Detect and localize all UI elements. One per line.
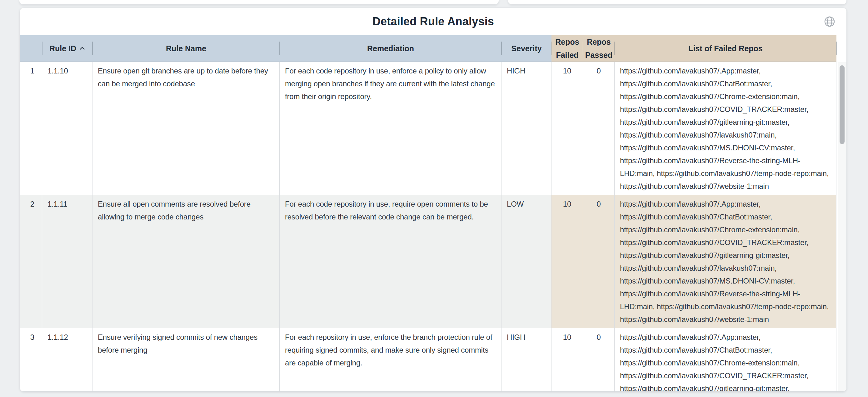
header-severity[interactable]: Severity bbox=[501, 35, 552, 62]
cell-rule-name: Ensure open git branches are up to date … bbox=[92, 62, 280, 195]
previous-card-right-edge bbox=[508, 0, 846, 4]
cell-severity: HIGH bbox=[501, 328, 552, 391]
header-index bbox=[20, 35, 42, 62]
cell-failed-repos-list: https://github.com/lavakush07/.App:maste… bbox=[615, 328, 836, 391]
cell-repos-failed: 10 bbox=[552, 62, 583, 195]
cell-repos-passed: 0 bbox=[583, 62, 615, 195]
cell-rule-id: 1.1.11 bbox=[42, 195, 92, 328]
card-header: Detailed Rule Analysis bbox=[20, 8, 846, 35]
header-repos-failed[interactable]: Repos Failed bbox=[552, 35, 583, 62]
header-repos-passed[interactable]: Repos Passed bbox=[583, 35, 615, 62]
table-row: 1 1.1.10 Ensure open git branches are up… bbox=[20, 62, 836, 195]
header-rule-id[interactable]: Rule ID bbox=[42, 35, 92, 62]
cell-rule-id: 1.1.12 bbox=[42, 328, 92, 391]
globe-icon[interactable] bbox=[823, 15, 836, 28]
cell-repos-passed: 0 bbox=[583, 328, 615, 391]
cell-severity: LOW bbox=[501, 195, 552, 328]
header-rule-id-label: Rule ID bbox=[50, 42, 76, 55]
cell-rule-name: Ensure all open comments are resolved be… bbox=[92, 195, 280, 328]
table-row: 2 1.1.11 Ensure all open comments are re… bbox=[20, 195, 836, 328]
cell-repos-failed: 10 bbox=[552, 195, 583, 328]
header-failed-repos-list[interactable]: List of Failed Repos bbox=[615, 35, 836, 62]
sort-asc-icon bbox=[79, 46, 85, 51]
cell-failed-repos-list: https://github.com/lavakush07/.App:maste… bbox=[615, 195, 836, 328]
cell-row-index: 3 bbox=[20, 328, 42, 391]
cell-failed-repos-list: https://github.com/lavakush07/.App:maste… bbox=[615, 62, 836, 195]
cell-remediation: For each code repository in use, require… bbox=[280, 195, 501, 328]
table-header-row: Rule ID Rule Name Remediation Severity R… bbox=[20, 35, 836, 62]
detailed-rule-analysis-card: Detailed Rule Analysis Rule ID Rule Name… bbox=[20, 8, 846, 391]
header-remediation[interactable]: Remediation bbox=[280, 35, 501, 62]
page-title: Detailed Rule Analysis bbox=[372, 15, 494, 28]
table-body: 1 1.1.10 Ensure open git branches are up… bbox=[20, 62, 836, 391]
cell-row-index: 1 bbox=[20, 62, 42, 195]
cell-repos-passed: 0 bbox=[583, 195, 615, 328]
vertical-scrollbar[interactable] bbox=[838, 62, 846, 391]
cell-severity: HIGH bbox=[501, 62, 552, 195]
cell-remediation: For each repository in use, enforce the … bbox=[280, 328, 501, 391]
header-rule-name[interactable]: Rule Name bbox=[92, 35, 280, 62]
cell-repos-failed: 10 bbox=[552, 328, 583, 391]
cell-rule-id: 1.1.10 bbox=[42, 62, 92, 195]
cell-remediation: For each code repository in use, enforce… bbox=[280, 62, 501, 195]
previous-card-left-edge bbox=[19, 0, 499, 4]
scrollbar-thumb[interactable] bbox=[840, 65, 844, 144]
table-row: 3 1.1.12 Ensure verifying signed commits… bbox=[20, 328, 836, 391]
cell-row-index: 2 bbox=[20, 195, 42, 328]
rule-table: Rule ID Rule Name Remediation Severity R… bbox=[20, 35, 846, 391]
cell-rule-name: Ensure verifying signed commits of new c… bbox=[92, 328, 280, 391]
